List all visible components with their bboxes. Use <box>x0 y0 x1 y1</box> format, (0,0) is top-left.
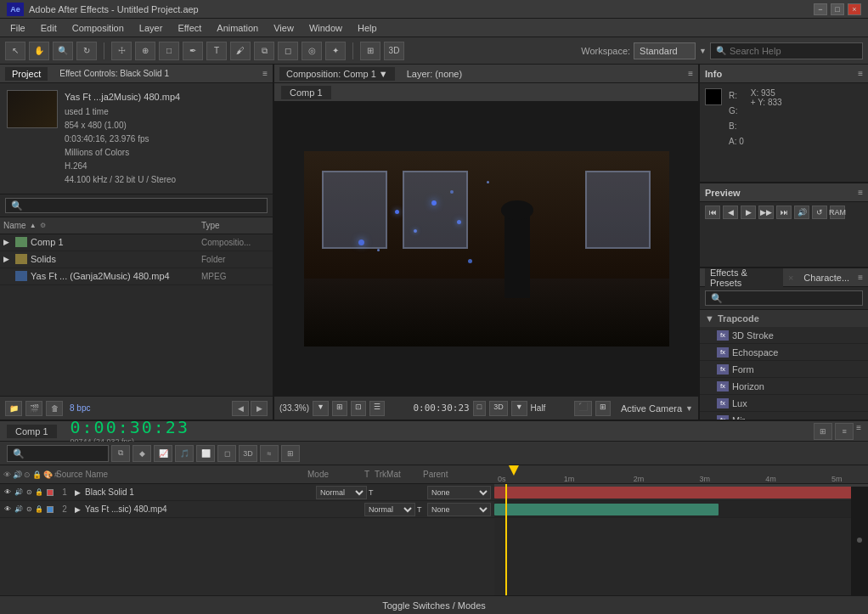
tl-audio-button[interactable]: 🎵 <box>175 445 194 462</box>
tool-anchor[interactable]: ⊕ <box>135 42 155 60</box>
tl-3d-button[interactable]: 3D <box>239 445 257 462</box>
layer-1-parent[interactable]: None <box>427 486 491 499</box>
tab-character[interactable]: Characte... <box>798 272 854 284</box>
new-comp-button[interactable]: 🎬 <box>25 401 42 416</box>
effects-item[interactable]: fx 3D Stroke <box>700 327 868 344</box>
tool-zoom-in[interactable]: 🔍 <box>53 42 73 60</box>
layer-2-parent[interactable]: None <box>427 503 491 516</box>
layer-1-color[interactable] <box>46 487 54 498</box>
menu-help[interactable]: Help <box>351 21 384 35</box>
timeline-options-button[interactable]: ⊞ <box>814 423 832 440</box>
safe-zones-button[interactable]: ⊡ <box>351 401 366 416</box>
tl-graph-button[interactable]: 📈 <box>154 445 172 462</box>
camera-options[interactable]: □ <box>473 401 486 416</box>
project-search-input[interactable] <box>5 198 268 213</box>
layer-2-expand[interactable]: ▶ <box>75 505 83 514</box>
prev-frame-button[interactable]: ◀ <box>723 206 738 219</box>
menu-edit[interactable]: Edit <box>34 21 64 35</box>
track-bar-2[interactable] <box>494 504 719 515</box>
grid-button[interactable]: ⊞ <box>332 401 347 416</box>
tool-mask[interactable]: □ <box>159 42 179 60</box>
zoom-select[interactable]: ▼ <box>313 401 329 416</box>
tool-3d[interactable]: 3D <box>384 42 404 60</box>
effects-category-trapcode[interactable]: ▼ Trapcode <box>700 310 868 327</box>
menu-layer[interactable]: Layer <box>132 21 170 35</box>
effects-item[interactable]: fx Horizon <box>700 378 868 395</box>
comp-menu-icon[interactable]: ≡ <box>688 69 693 78</box>
effects-search-input[interactable] <box>705 290 863 306</box>
timeline-expand-button[interactable]: ≡ <box>835 423 854 440</box>
layer-2-color[interactable] <box>46 504 54 515</box>
layer-2-lock[interactable]: 🔒 <box>35 504 43 515</box>
new-folder-button[interactable]: 📁 <box>5 401 22 416</box>
tl-render-button[interactable]: ⬜ <box>196 445 215 462</box>
3d-renderer[interactable]: 3D <box>489 401 508 416</box>
menu-effect[interactable]: Effect <box>171 21 208 35</box>
play-button[interactable]: ▶ <box>741 206 756 219</box>
tool-rotate[interactable]: ↻ <box>76 42 97 60</box>
layer-1-expand[interactable]: ▶ <box>75 488 83 497</box>
tool-pan[interactable]: ☩ <box>111 42 132 60</box>
regions-button[interactable]: ☰ <box>369 401 385 416</box>
layer-1-lock[interactable]: 🔒 <box>35 487 43 498</box>
tool-brush[interactable]: 🖌 <box>230 42 251 60</box>
list-item[interactable]: Yas Ft ... (Ganja2Music) 480.mp4 MPEG <box>0 268 273 285</box>
tl-motion-blur-button[interactable]: ≈ <box>260 445 279 462</box>
ram-button[interactable]: RAM <box>830 206 845 219</box>
menu-animation[interactable]: Animation <box>210 21 265 35</box>
effects-item[interactable]: fx Form <box>700 361 868 378</box>
effects-item[interactable]: fx Echospace <box>700 344 868 361</box>
menu-file[interactable]: File <box>3 21 32 35</box>
tab-comp-timeline[interactable]: Comp 1 <box>7 425 57 438</box>
panel-menu-icon[interactable]: ≡ <box>262 69 268 78</box>
transparency-button[interactable]: ⬛ <box>574 401 592 416</box>
effects-item[interactable]: fx Mir <box>700 412 868 420</box>
preview-menu-icon[interactable]: ≡ <box>858 188 863 197</box>
list-item[interactable]: ▶ Solids Folder <box>0 251 273 268</box>
tool-snap[interactable]: ⊞ <box>360 42 380 60</box>
tool-eraser[interactable]: ◻ <box>278 42 298 60</box>
info-menu-icon[interactable]: ≡ <box>858 69 863 78</box>
effects-menu-icon[interactable]: ≡ <box>858 273 863 282</box>
tab-effect-controls[interactable]: Effect Controls: Black Solid 1 <box>53 67 176 80</box>
tl-mask-button[interactable]: ◻ <box>217 445 236 462</box>
tool-move[interactable]: ✋ <box>29 42 49 60</box>
tool-pen[interactable]: ✒ <box>183 42 203 60</box>
tool-clone[interactable]: ⧉ <box>254 42 274 60</box>
loop-button[interactable]: ↺ <box>812 206 827 219</box>
tool-arrow[interactable]: ↖ <box>5 42 25 60</box>
list-item[interactable]: ▶ Comp 1 Compositio... <box>0 234 273 251</box>
tab-composition[interactable]: Composition: Comp 1 ▼ <box>279 67 395 81</box>
comp-viewer[interactable] <box>274 102 698 396</box>
maximize-button[interactable]: □ <box>831 3 844 15</box>
layer-1-mode[interactable]: Normal <box>316 486 367 499</box>
tab-project[interactable]: Project <box>5 67 48 81</box>
pixel-aspect[interactable]: ⊞ <box>595 401 611 416</box>
tool-text[interactable]: T <box>206 42 227 60</box>
layer-2-audio[interactable]: 🔊 <box>14 504 22 515</box>
audio-button[interactable]: 🔊 <box>794 206 809 219</box>
minimize-button[interactable]: − <box>814 3 827 15</box>
tab-effects-presets[interactable]: Effects & Presets <box>705 268 783 289</box>
menu-composition[interactable]: Composition <box>65 21 131 35</box>
effects-item[interactable]: fx Lux <box>700 395 868 412</box>
layer-1-solo[interactable]: ⊙ <box>25 487 33 498</box>
tl-keyframe-button[interactable]: ◆ <box>132 445 151 462</box>
next-frame-button[interactable]: ▶ <box>251 401 268 416</box>
track-row-1[interactable] <box>494 484 868 501</box>
track-bar-1[interactable] <box>494 487 868 499</box>
layer-1-audio[interactable]: 🔊 <box>14 487 22 498</box>
tl-composition-button[interactable]: ⧉ <box>111 445 130 462</box>
menu-view[interactable]: View <box>267 21 301 35</box>
work-area-bar[interactable] <box>494 484 868 487</box>
timeline-menu-icon[interactable]: ≡ <box>856 423 861 440</box>
layer-1-visibility[interactable]: 👁 <box>3 487 12 498</box>
tool-roto[interactable]: ◎ <box>302 42 322 60</box>
close-button[interactable]: × <box>848 3 861 15</box>
go-end-button[interactable]: ⏭ <box>776 206 792 219</box>
tool-puppet[interactable]: ✦ <box>325 42 346 60</box>
go-start-button[interactable]: ⏮ <box>705 206 720 219</box>
layer-2-mode[interactable]: Normal <box>364 503 415 516</box>
quality-button[interactable]: ▼ <box>511 401 527 416</box>
tab-layer[interactable]: Layer: (none) <box>400 67 469 81</box>
